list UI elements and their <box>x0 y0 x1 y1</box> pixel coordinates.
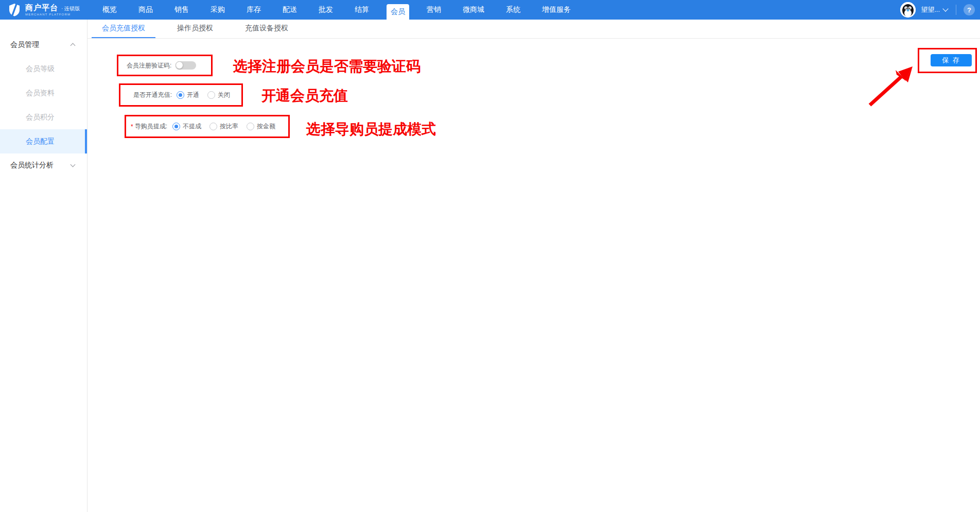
nav-item-3[interactable]: 采购 <box>206 0 229 20</box>
save-button[interactable]: 保 存 <box>931 54 972 66</box>
radio-circle-icon <box>209 123 217 130</box>
toggle-knob <box>176 61 183 69</box>
brand-subtitle: MERCHANT PLATFORM <box>25 13 80 16</box>
nav-item-5[interactable]: 配送 <box>278 0 301 20</box>
radio-circle-icon <box>247 123 254 130</box>
radio-option-不提成[interactable]: 不提成 <box>172 122 201 131</box>
nav-item-6[interactable]: 批发 <box>314 0 337 20</box>
tab-1[interactable]: 操作员授权 <box>167 20 223 38</box>
brand-logo-icon <box>8 3 21 16</box>
register-captcha-label: 会员注册验证码: <box>127 61 171 70</box>
annotation-box-register-captcha: 会员注册验证码: <box>117 55 213 76</box>
recharge-enable-radio-group: 开通关闭 <box>177 91 238 99</box>
content-tabbar: 会员充值授权操作员授权充值设备授权 <box>87 20 980 39</box>
brand-title: 商户平台 <box>25 4 58 11</box>
annotation-recharge-enable: 开通会员充值 <box>261 86 348 106</box>
sidebar-group-0[interactable]: 会员管理 <box>0 33 87 57</box>
chevron-down-icon[interactable] <box>942 6 948 11</box>
radio-option-label: 按比率 <box>220 122 238 131</box>
nav-item-4[interactable]: 库存 <box>242 0 265 20</box>
guide-commission-label: 导购员提成: <box>135 122 167 131</box>
page-root: 商户平台 · 连锁版 MERCHANT PLATFORM 概览商品销售采购库存配… <box>0 0 980 512</box>
tab-0[interactable]: 会员充值授权 <box>92 20 155 38</box>
radio-circle-icon <box>172 123 180 130</box>
radio-circle-icon <box>177 91 184 99</box>
annotation-box-guide-commission: * 导购员提成: 不提成按比率按金额 <box>125 115 290 138</box>
annotation-guide-commission: 选择导购员提成模式 <box>306 120 436 139</box>
radio-option-label: 不提成 <box>183 122 201 131</box>
navbar-right: 望望... ? <box>900 0 975 20</box>
sidebar-item-0-2[interactable]: 会员积分 <box>0 105 87 129</box>
nav-item-11[interactable]: 系统 <box>502 0 524 20</box>
nav-item-2[interactable]: 销售 <box>170 0 193 20</box>
annotation-box-recharge-enable: 是否开通充值: 开通关闭 <box>119 83 243 107</box>
radio-option-开通[interactable]: 开通 <box>177 91 199 99</box>
required-marker: * <box>131 123 133 130</box>
radio-option-label: 开通 <box>187 91 199 99</box>
penguin-avatar-icon <box>900 2 916 18</box>
user-name[interactable]: 望望... <box>921 5 940 14</box>
brand: 商户平台 · 连锁版 MERCHANT PLATFORM <box>8 0 80 20</box>
radio-option-按金额[interactable]: 按金额 <box>247 122 275 131</box>
guide-commission-radio-group: 不提成按比率按金额 <box>172 122 284 131</box>
main-content: 会员注册验证码: 选择注册会员是否需要验证码 是否开通充值: 开通关闭 开通会员… <box>87 39 980 512</box>
radio-option-label: 关闭 <box>218 91 230 99</box>
sidebar-item-0-0[interactable]: 会员等级 <box>0 57 87 81</box>
annotation-arrow-icon <box>87 39 980 512</box>
sidebar-group-label: 会员统计分析 <box>10 161 54 170</box>
sidebar-item-0-3[interactable]: 会员配置 <box>0 129 87 153</box>
tab-2[interactable]: 充值设备授权 <box>235 20 299 38</box>
nav-item-1[interactable]: 商品 <box>134 0 157 20</box>
brand-edition: · 连锁版 <box>61 6 80 11</box>
chevron-up-icon <box>71 43 76 48</box>
radio-option-label: 按金额 <box>257 122 275 131</box>
nav-item-0[interactable]: 概览 <box>98 0 121 20</box>
radio-option-关闭[interactable]: 关闭 <box>207 91 230 99</box>
divider <box>956 5 956 15</box>
recharge-enable-label: 是否开通充值: <box>130 91 172 99</box>
nav-item-10[interactable]: 微商城 <box>459 0 488 20</box>
sidebar: 会员管理会员等级会员资料会员积分会员配置会员统计分析 <box>0 20 87 512</box>
nav-item-12[interactable]: 增值服务 <box>538 0 575 20</box>
register-captcha-toggle[interactable] <box>176 61 196 70</box>
nav-menu: 概览商品销售采购库存配送批发结算会员营销微商城系统增值服务 <box>92 0 582 20</box>
top-navbar: 商户平台 · 连锁版 MERCHANT PLATFORM 概览商品销售采购库存配… <box>0 0 980 20</box>
nav-item-8[interactable]: 会员 <box>387 4 409 20</box>
nav-item-7[interactable]: 结算 <box>351 0 373 20</box>
user-avatar[interactable] <box>900 2 916 18</box>
nav-item-9[interactable]: 营销 <box>423 0 445 20</box>
sidebar-group-1[interactable]: 会员统计分析 <box>0 153 87 177</box>
sidebar-item-0-1[interactable]: 会员资料 <box>0 81 87 105</box>
chevron-down-icon <box>71 162 76 167</box>
sidebar-group-label: 会员管理 <box>10 40 39 49</box>
radio-option-按比率[interactable]: 按比率 <box>209 122 238 131</box>
radio-circle-icon <box>207 91 215 99</box>
help-icon[interactable]: ? <box>964 4 975 15</box>
annotation-register-captcha: 选择注册会员是否需要验证码 <box>233 57 421 76</box>
